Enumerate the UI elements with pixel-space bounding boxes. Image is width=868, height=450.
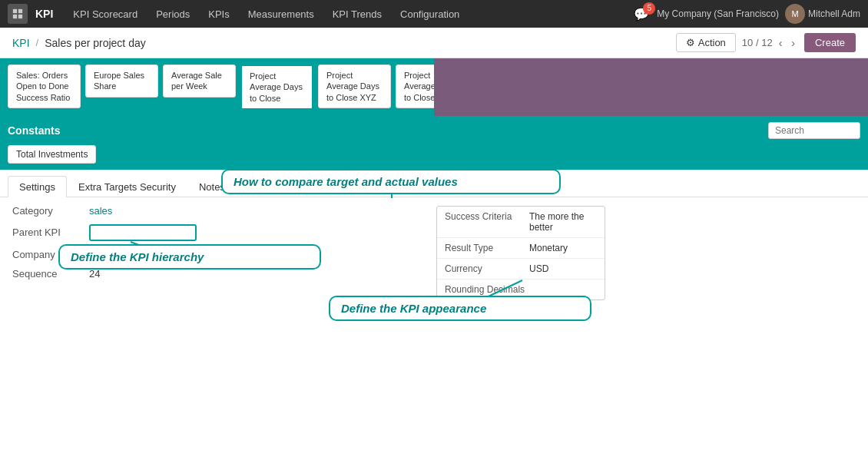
nav-kpi-trends[interactable]: KPI Trends bbox=[325, 0, 389, 28]
nav-configuration[interactable]: Configuration bbox=[393, 0, 467, 28]
kpi-card-4[interactable]: Project Average Days to Close XYZ bbox=[318, 65, 391, 108]
form-row-company: Company bbox=[12, 249, 856, 260]
form-label-category: Category bbox=[12, 205, 89, 217]
nav-right: 💬 5 My Company (San Francisco) M Mitchel… bbox=[634, 4, 860, 24]
svg-rect-3 bbox=[18, 15, 22, 18]
tab-settings[interactable]: Settings bbox=[8, 176, 67, 197]
top-nav: KPI KPI Scorecard Periods KPIs Measureme… bbox=[0, 0, 868, 28]
kpi-strip: Sales: Orders Open to Done Success Ratio… bbox=[0, 58, 868, 116]
form-row-parent-kpi: Parent KPI bbox=[12, 224, 856, 241]
sub-header-right: ⚙ Action 10 / 12 ‹ › Create bbox=[676, 33, 856, 52]
kpi-key-rounding: Rounding Decimals bbox=[445, 284, 529, 295]
kpi-card-0[interactable]: Sales: Orders Open to Done Success Ratio bbox=[8, 65, 81, 108]
constants-section: Constants Total Investments bbox=[0, 116, 868, 170]
form-row-category: Category sales bbox=[12, 205, 856, 217]
kpi-table: Success Criteria The more the better Res… bbox=[436, 206, 605, 300]
kpi-table-row-0: Success Criteria The more the better bbox=[437, 207, 605, 238]
kpi-card-2[interactable]: Average Sale per Week bbox=[163, 65, 236, 98]
brand-label: KPI bbox=[35, 8, 53, 20]
kpi-key-success: Success Criteria bbox=[445, 211, 529, 233]
breadcrumb-kpi[interactable]: KPI bbox=[12, 37, 30, 49]
create-button[interactable]: Create bbox=[804, 33, 856, 52]
kpi-val-result: Monetary bbox=[529, 243, 597, 253]
constants-title: Constants bbox=[8, 124, 60, 137]
page-prev-button[interactable]: ‹ bbox=[776, 35, 786, 51]
tab-notes[interactable]: Notes bbox=[187, 176, 237, 197]
right-panel-strip bbox=[434, 58, 868, 116]
form-value-category[interactable]: sales bbox=[89, 205, 112, 217]
form-section: Category sales Parent KPI Company Sequen… bbox=[0, 197, 868, 295]
chat-icon[interactable]: 💬 5 bbox=[634, 7, 651, 22]
tabs-bar: Settings Extra Targets Security Notes bbox=[0, 176, 868, 197]
chat-badge: 5 bbox=[643, 2, 655, 15]
form-label-sequence: Sequence bbox=[12, 268, 89, 280]
page-info: 10 / 12 bbox=[742, 37, 773, 48]
tab-extra-targets-security[interactable]: Extra Targets Security bbox=[67, 176, 187, 197]
gear-icon: ⚙ bbox=[686, 37, 695, 48]
kpi-table-row-3: Rounding Decimals bbox=[437, 280, 605, 299]
kpi-table-row-1: Result Type Monetary bbox=[437, 238, 605, 259]
constants-chips: Total Investments bbox=[8, 145, 860, 164]
kpi-key-result: Result Type bbox=[445, 243, 529, 253]
kpi-card-1[interactable]: Europe Sales Share bbox=[85, 65, 158, 98]
breadcrumb-sep: / bbox=[36, 37, 39, 48]
user-menu[interactable]: M Mitchell Adm bbox=[785, 4, 860, 24]
kpi-val-currency: USD bbox=[529, 263, 597, 274]
constants-header: Constants bbox=[8, 122, 860, 139]
page-nav: 10 / 12 ‹ › bbox=[742, 35, 798, 51]
form-label-parent-kpi: Parent KPI bbox=[12, 227, 89, 238]
kpi-table-row-2: Currency USD bbox=[437, 259, 605, 280]
form-value-sequence: 24 bbox=[89, 268, 100, 280]
constants-search[interactable] bbox=[768, 122, 860, 139]
svg-rect-2 bbox=[13, 15, 17, 18]
user-label: Mitchell Adm bbox=[808, 8, 860, 19]
nav-kpis[interactable]: KPIs bbox=[200, 0, 237, 28]
nav-kpi-scorecard[interactable]: KPI Scorecard bbox=[65, 0, 145, 28]
nav-measurements[interactable]: Measurements bbox=[240, 0, 322, 28]
sub-header: KPI / Sales per project day ⚙ Action 10 … bbox=[0, 28, 868, 58]
kpi-card-3[interactable]: Project Average Days to Close bbox=[240, 65, 313, 110]
kpi-val-rounding bbox=[529, 284, 597, 295]
svg-rect-1 bbox=[18, 9, 22, 13]
page-next-button[interactable]: › bbox=[788, 35, 798, 51]
app-grid-icon[interactable] bbox=[8, 4, 28, 24]
nav-periods[interactable]: Periods bbox=[148, 0, 197, 28]
chip-total-investments[interactable]: Total Investments bbox=[8, 145, 96, 164]
svg-rect-0 bbox=[13, 9, 17, 13]
kpi-key-currency: Currency bbox=[445, 263, 529, 274]
kpi-val-success: The more the better bbox=[529, 211, 597, 233]
form-label-company: Company bbox=[12, 249, 89, 260]
page-wrapper: KPI KPI Scorecard Periods KPIs Measureme… bbox=[0, 0, 868, 450]
company-label: My Company (San Francisco) bbox=[657, 8, 779, 19]
form-input-parent-kpi[interactable] bbox=[89, 224, 197, 241]
action-button[interactable]: ⚙ Action bbox=[676, 33, 736, 52]
form-row-sequence: Sequence 24 bbox=[12, 268, 856, 280]
user-avatar: M bbox=[785, 4, 805, 24]
page-title: Sales per project day bbox=[45, 37, 146, 49]
